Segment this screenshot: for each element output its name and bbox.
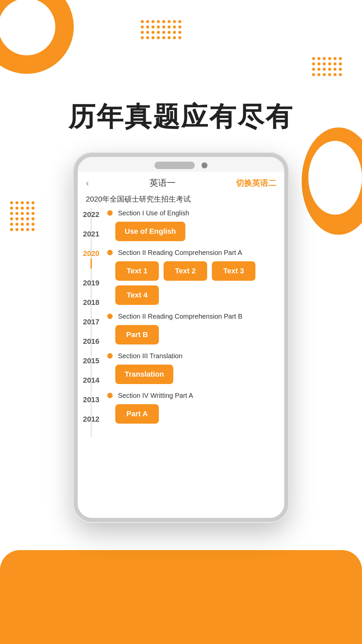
btn-sec3-0[interactable]: Part B — [115, 325, 159, 344]
hero-title: 历年真题应有尽有 — [0, 0, 362, 133]
year-item-2016[interactable]: 2016 — [83, 336, 100, 356]
year-label-2016: 2016 — [83, 336, 100, 346]
section-header-sec3: Section II Reading Comprehension Part B — [107, 312, 279, 321]
year-item-2015[interactable]: 2015 — [83, 356, 100, 375]
phone-mockup: ‹ 英语一 切换英语二 2020年全国硕士研究生招生考试 20222021202… — [0, 153, 362, 522]
btn-sec2-0[interactable]: Text 1 — [115, 261, 159, 281]
year-item-2020[interactable]: 2020 — [83, 249, 100, 278]
sections-area: Section I Use of EnglishUse of EnglishSe… — [105, 208, 284, 437]
year-item-2022[interactable]: 2022 — [83, 210, 100, 229]
year-item-2017[interactable]: 2017 — [83, 317, 100, 336]
section-header-sec5: Section IV Writting Part A — [107, 391, 279, 400]
phone-speaker — [155, 162, 195, 169]
btn-row-sec1: Use of English — [107, 222, 279, 241]
section-label-sec3: Section II Reading Comprehension Part B — [118, 312, 242, 321]
section-label-sec5: Section IV Writting Part A — [118, 391, 193, 400]
btn-row-sec2: Text 1Text 2Text 3Text 4 — [107, 261, 279, 305]
year-sidebar: 2022202120202019201820172016201520142013… — [78, 208, 105, 437]
btn-sec5-0[interactable]: Part A — [115, 404, 159, 424]
year-item-2014[interactable]: 2014 — [83, 375, 100, 395]
year-item-2013[interactable]: 2013 — [83, 395, 100, 414]
btn-sec4-0[interactable]: Translation — [115, 365, 173, 384]
section-label-sec4: Section III Translation — [118, 351, 182, 361]
section-label-sec1: Section I Use of English — [118, 208, 189, 218]
section-block-sec1: Section I Use of EnglishUse of English — [107, 208, 279, 241]
section-dot-sec1 — [107, 210, 113, 216]
year-label-2013: 2013 — [83, 395, 100, 405]
section-block-sec4: Section III TranslationTranslation — [107, 351, 279, 384]
section-block-sec5: Section IV Writting Part APart A — [107, 391, 279, 424]
exam-title: 2020年全国硕士研究生招生考试 — [78, 192, 284, 208]
phone-frame: ‹ 英语一 切换英语二 2020年全国硕士研究生招生考试 20222021202… — [74, 153, 288, 522]
section-header-sec4: Section III Translation — [107, 351, 279, 361]
section-dot-sec2 — [107, 250, 113, 255]
back-button[interactable]: ‹ — [86, 178, 89, 189]
bottom-orange-curve — [0, 550, 362, 590]
btn-row-sec4: Translation — [107, 365, 279, 384]
section-label-sec2: Section II Reading Comprehension Part A — [118, 248, 242, 257]
btn-sec2-1[interactable]: Text 2 — [164, 261, 207, 281]
phone-camera — [201, 162, 207, 168]
btn-sec1-0[interactable]: Use of English — [115, 222, 185, 241]
section-header-sec2: Section II Reading Comprehension Part A — [107, 248, 279, 257]
section-block-sec2: Section II Reading Comprehension Part AT… — [107, 248, 279, 305]
year-label-2018: 2018 — [83, 298, 100, 308]
year-item-2019[interactable]: 2019 — [83, 278, 100, 298]
year-label-2017: 2017 — [83, 317, 100, 327]
btn-sec2-2[interactable]: Text 3 — [212, 261, 255, 281]
section-dot-sec4 — [107, 353, 113, 359]
section-dot-sec5 — [107, 393, 113, 398]
year-label-2014: 2014 — [83, 375, 100, 385]
timeline-layout: 2022202120202019201820172016201520142013… — [78, 208, 284, 437]
year-label-2022: 2022 — [83, 210, 100, 220]
active-year-indicator — [90, 259, 92, 269]
section-header-sec1: Section I Use of English — [107, 208, 279, 218]
btn-row-sec5: Part A — [107, 404, 279, 424]
year-label-2015: 2015 — [83, 356, 100, 366]
year-item-2012[interactable]: 2012 — [83, 414, 100, 434]
section-block-sec3: Section II Reading Comprehension Part BP… — [107, 312, 279, 344]
year-label-2021: 2021 — [83, 229, 100, 239]
year-item-2021[interactable]: 2021 — [83, 229, 100, 249]
phone-top-nav: ‹ 英语一 切换英语二 — [78, 172, 284, 192]
nav-title: 英语一 — [149, 177, 176, 189]
phone-notch — [78, 157, 284, 172]
year-label-2012: 2012 — [83, 414, 100, 424]
section-dot-sec3 — [107, 314, 113, 319]
year-label-2019: 2019 — [83, 278, 100, 288]
btn-sec2-3[interactable]: Text 4 — [115, 285, 159, 305]
year-item-2018[interactable]: 2018 — [83, 298, 100, 317]
btn-row-sec3: Part B — [107, 325, 279, 344]
year-label-2020: 2020 — [83, 249, 100, 259]
phone-app-content: ‹ 英语一 切换英语二 2020年全国硕士研究生招生考试 20222021202… — [78, 172, 284, 437]
switch-english-two-button[interactable]: 切换英语二 — [236, 178, 276, 189]
